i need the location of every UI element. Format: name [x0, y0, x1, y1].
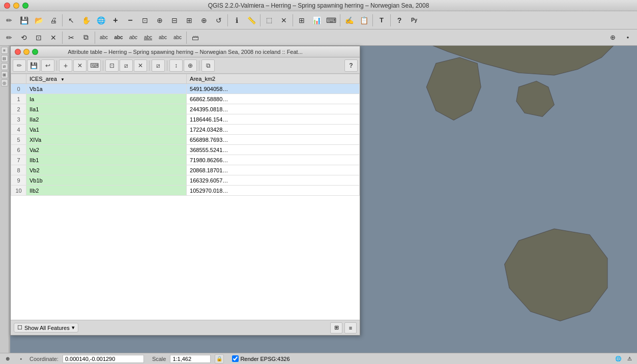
attr-remove-btn[interactable]: ✕ — [73, 59, 86, 72]
gps-dot-btn[interactable]: ● — [621, 31, 635, 45]
sidebar-btn3[interactable]: ⧄ — [1, 63, 8, 70]
table-row[interactable]: Vb1a — [26, 84, 187, 94]
label-btn2[interactable]: ⟲ — [17, 31, 31, 45]
print-btn[interactable]: 🖨 — [46, 13, 61, 27]
table-row[interactable]: 5491.904058… — [187, 84, 360, 94]
maximize-button[interactable] — [22, 3, 28, 9]
render-checkbox[interactable] — [232, 355, 239, 362]
refresh-btn[interactable]: ↺ — [212, 13, 226, 27]
pan-btn[interactable]: ✋ — [79, 13, 93, 27]
label-abc6[interactable]: abc — [170, 31, 185, 45]
col-ices-area[interactable]: ICES_area ▼ — [26, 74, 187, 84]
zoom-out-btn[interactable]: − — [123, 13, 137, 27]
scale-input[interactable] — [170, 355, 211, 363]
label-abc2[interactable]: abc — [111, 31, 126, 45]
table-row[interactable]: 1186446.154… — [187, 114, 360, 125]
table-row[interactable]: IIa1 — [26, 104, 187, 114]
coord-input[interactable] — [63, 355, 144, 363]
label-abc5[interactable]: abc — [156, 31, 170, 45]
stats-btn[interactable]: 📊 — [309, 13, 324, 27]
label-db-btn[interactable]: 🗃 — [188, 31, 202, 45]
table-row[interactable]: 66862.58880… — [187, 94, 360, 104]
pan2-btn[interactable]: ⊕ — [153, 13, 167, 27]
footer-btn2[interactable]: ≡ — [344, 322, 357, 333]
table-row[interactable]: 656898.7693… — [187, 135, 360, 145]
attr-invert-btn[interactable]: ⧄ — [120, 59, 133, 72]
show-all-button[interactable]: ☐ Show All Features ▾ — [14, 323, 78, 332]
label-abc1[interactable]: abc — [97, 31, 111, 45]
table-row[interactable]: IIb1 — [26, 155, 187, 165]
sidebar-btn4[interactable]: ⊞ — [1, 71, 8, 78]
render-checkbox-area[interactable]: Render EPSG:4326 — [232, 355, 289, 362]
scale-lock-btn[interactable]: 🔒 — [215, 354, 224, 363]
attr-deselect-btn[interactable]: ✕ — [134, 59, 147, 72]
deselect-all-btn[interactable]: ✕ — [277, 13, 291, 27]
table-row[interactable]: 368555.5241… — [187, 145, 360, 155]
minimize-button[interactable] — [13, 3, 19, 9]
label-abc4[interactable]: abc — [141, 31, 155, 45]
save-btn[interactable]: 💾 — [17, 13, 31, 27]
table-row[interactable]: 17224.03428… — [187, 125, 360, 135]
zoom-in-btn[interactable]: + — [108, 13, 123, 27]
attr-minimize-btn[interactable] — [23, 49, 30, 55]
measure-btn[interactable]: 📏 — [244, 13, 258, 27]
table-row[interactable]: IIa2 — [26, 114, 187, 125]
attr-save-btn[interactable]: 💾 — [27, 59, 40, 72]
attr-maximize-btn[interactable] — [32, 49, 38, 55]
open-btn[interactable]: 📂 — [32, 13, 46, 27]
sidebar-btn5[interactable]: ◎ — [1, 79, 8, 86]
sidebar-btn1[interactable]: ≡ — [1, 47, 8, 54]
table-row[interactable]: Va2 — [26, 145, 187, 155]
table-row[interactable]: Va1 — [26, 125, 187, 135]
attr-copy-btn[interactable]: ⧉ — [201, 59, 215, 72]
table-row[interactable]: XIVa — [26, 135, 187, 145]
cursor-btn[interactable]: ↖ — [64, 13, 78, 27]
table-row[interactable]: Vb1b — [26, 175, 187, 186]
globe-btn[interactable]: 🌐 — [94, 13, 108, 27]
select-btn[interactable]: ⬚ — [262, 13, 276, 27]
attr-undo-btn[interactable]: ↩ — [41, 59, 54, 72]
label-abc3[interactable]: abc — [126, 31, 140, 45]
attr-close-btn[interactable] — [15, 49, 21, 55]
text-btn[interactable]: T — [374, 13, 389, 27]
composer-btn[interactable]: 📋 — [357, 13, 371, 27]
attr-zoom-btn[interactable]: ⊕ — [184, 59, 197, 72]
zoom-full-btn[interactable]: ⊞ — [182, 13, 196, 27]
attr-select-all-btn[interactable]: ⊡ — [105, 59, 119, 72]
table-row[interactable]: Vb2 — [26, 165, 187, 175]
footer-btn1[interactable]: ⊞ — [330, 322, 342, 333]
table-row[interactable]: Ia — [26, 94, 187, 104]
zoom-prev-btn[interactable]: ⊟ — [167, 13, 182, 27]
zoom-layer-btn[interactable]: ⊕ — [197, 13, 211, 27]
pencil-tool-btn[interactable]: ✏ — [2, 13, 16, 27]
sidebar-btn2[interactable]: ⊟ — [1, 55, 8, 62]
attr-table-container[interactable]: ICES_area ▼ Area_km2 0Vb1a5491.904058…1I… — [11, 74, 360, 320]
attr-add-btn[interactable]: + — [59, 59, 72, 72]
warning-status-icon[interactable]: ⚠ — [625, 354, 634, 363]
gps-btn[interactable]: ⊕ — [605, 31, 620, 45]
globe-status-icon[interactable]: 🌐 — [614, 354, 623, 363]
help-btn[interactable]: ? — [392, 13, 407, 27]
label-btn6[interactable]: ⧉ — [79, 31, 93, 45]
attr-edit-btn[interactable]: ✏ — [13, 59, 26, 72]
table-row[interactable]: 166329.6057… — [187, 175, 360, 186]
table-row[interactable]: 244395.0818… — [187, 104, 360, 114]
table-row[interactable]: 71980.86266… — [187, 155, 360, 165]
attr-calc-btn[interactable]: ⌨ — [88, 59, 101, 72]
table-row[interactable]: IIb2 — [26, 186, 187, 196]
label-edit-btn[interactable]: ✏ — [2, 31, 16, 45]
label-btn5[interactable]: ✂ — [64, 31, 78, 45]
identify-btn[interactable]: ℹ — [229, 13, 244, 27]
table-row[interactable]: 1052970.018… — [187, 186, 360, 196]
calculator-btn[interactable]: ⌨ — [324, 13, 338, 27]
label-btn4[interactable]: ✕ — [46, 31, 61, 45]
table-row[interactable]: 20868.18701… — [187, 165, 360, 175]
label-btn3[interactable]: ⊡ — [32, 31, 46, 45]
attr-move-btn[interactable]: ↕ — [169, 59, 183, 72]
zoom-rect-btn[interactable]: ⊡ — [138, 13, 152, 27]
python-btn[interactable]: Py — [407, 13, 421, 27]
table-btn[interactable]: ⊞ — [295, 13, 309, 27]
col-area-km2[interactable]: Area_km2 — [187, 74, 360, 84]
attr-filter-btn[interactable]: ⧄ — [152, 59, 165, 72]
annotate-btn[interactable]: ✍ — [342, 13, 356, 27]
